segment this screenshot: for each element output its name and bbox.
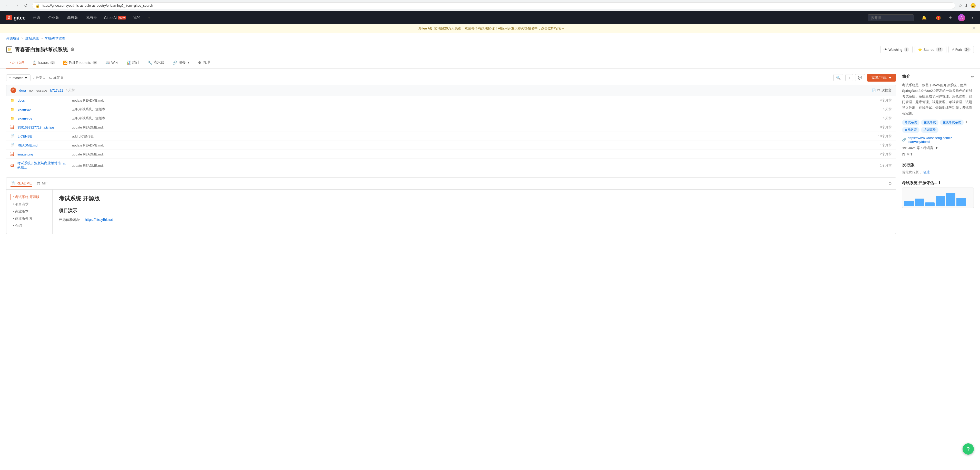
repo-tabs: </> 代码 📋 Issues 0 🔀 Pull Requests 0 📖 Wi… — [0, 57, 980, 69]
dropdown-arrow-icon: ▼ — [148, 16, 151, 20]
toc-item-consult[interactable]: • 商业版咨询 — [11, 215, 48, 222]
file-msg-pic: update README.md. — [72, 126, 868, 129]
banner-close-button[interactable]: ✕ — [972, 25, 976, 31]
toc-item-demo[interactable]: • 项目演示 — [11, 201, 48, 207]
download-icon[interactable]: ⬇ — [964, 3, 968, 8]
nav-university[interactable]: 高校版 — [66, 15, 79, 20]
tag-online-exam[interactable]: 在线考试 — [921, 119, 939, 126]
file-msg-docs: update README.md. — [72, 99, 868, 102]
nav-open-source[interactable]: 开源 — [32, 15, 41, 20]
file-name-image[interactable]: image.png — [18, 152, 69, 156]
file-toolbar: ⑂ master ▼ ⑂ 分支 1 🏷 标签 0 🔍 + — [6, 74, 896, 81]
fork-count: 24 — [964, 48, 970, 51]
starred-button[interactable]: ⭐ Starred 74 — [915, 46, 947, 53]
repo-settings-icon[interactable]: ⚙ — [70, 47, 74, 53]
toc-dot-icon: • — [13, 224, 14, 228]
tab-wiki[interactable]: 📖 Wiki — [101, 57, 122, 69]
gift-icon[interactable]: 🎁 — [934, 15, 943, 20]
commit-hash[interactable]: b717a91 — [50, 89, 63, 92]
edit-intro-icon[interactable]: ✏ — [971, 75, 974, 79]
file-row-image: 🖼 image.png update README.md. 2个月前 — [6, 150, 896, 159]
toc-item-commercial[interactable]: • 商业版本 — [11, 208, 48, 215]
nav-my-dropdown[interactable]: 我的 — [132, 15, 141, 20]
sidebar-language[interactable]: </> Java 等 6 种语言 ▼ — [902, 146, 974, 150]
refresh-button[interactable]: ↺ — [22, 2, 29, 9]
file-name-license[interactable]: LICENSE — [18, 134, 69, 138]
file-name-exam-api[interactable]: exam-api — [18, 107, 69, 112]
file-table: 📁 docs update README.md. 4个月前 📁 exam-api… — [6, 96, 896, 172]
branch-name: master — [13, 76, 23, 80]
tag-online-exam-system[interactable]: 在线考试系统 — [940, 119, 964, 126]
forward-button[interactable]: → — [13, 2, 21, 9]
commit-user[interactable]: dora — [19, 89, 26, 92]
readme-expand-button[interactable]: ⬡ — [888, 182, 891, 185]
file-row-comparison: 🖼 考试系统开源版与商业版对比_云帆培... update README.md.… — [6, 159, 896, 172]
search-files-button[interactable]: 🔍 — [833, 74, 843, 81]
file-row-exam-vue: 📁 exam-vue 云帆考试系统开源版本 5天前 — [6, 114, 896, 123]
tab-code-label: 代码 — [17, 60, 24, 65]
tag-add-button[interactable]: + — [965, 119, 968, 126]
fork-button[interactable]: ⑂ Fork 24 — [948, 46, 974, 53]
readme-tab-readme[interactable]: 📄 README — [11, 180, 32, 187]
website-url[interactable]: https://www.kaoshifeng.com/?plan=osyfdor… — [908, 136, 974, 144]
bell-icon[interactable]: 🔔 — [920, 15, 928, 20]
url-input[interactable] — [42, 3, 952, 8]
readme-demo-link[interactable]: https://lite.yfhl.net — [85, 218, 113, 221]
help-fab[interactable]: ? — [963, 443, 974, 455]
user-avatar[interactable]: A — [958, 14, 965, 21]
nav-gitee-ai[interactable]: Gitee AI NEW — [104, 16, 126, 20]
issues-badge: 0 — [50, 61, 55, 64]
tag-exam-system[interactable]: 考试系统 — [902, 119, 920, 126]
branch-selector[interactable]: ⑂ master ▼ — [6, 74, 30, 81]
tab-pullrequests[interactable]: 🔀 Pull Requests 0 — [59, 57, 102, 69]
user-dropdown-arrow: ▼ — [971, 16, 974, 19]
toc-item-open[interactable]: • 考试系统 开源版 — [11, 194, 48, 200]
toc-item-intro[interactable]: • 介绍 — [11, 222, 48, 229]
file-name-exam-vue[interactable]: exam-vue — [18, 116, 69, 120]
tag-online-education[interactable]: 在线教育 — [902, 127, 920, 133]
file-name-readme[interactable]: README.md — [18, 143, 69, 147]
comment-button[interactable]: 💬 — [855, 74, 865, 81]
commit-count[interactable]: 📄 21 次提交 — [872, 88, 891, 92]
nav-private-cloud[interactable]: 私有云 — [85, 15, 98, 20]
image-icon: 🖼 — [10, 125, 14, 129]
tab-stats[interactable]: 📊 统计 — [122, 57, 143, 69]
sidebar-website-link[interactable]: 🔗 https://www.kaoshifeng.com/?plan=osyfd… — [902, 136, 974, 144]
branch-icon: ⑂ — [9, 76, 11, 80]
eval-info-icon[interactable]: ℹ — [939, 181, 940, 185]
file-name-pic[interactable]: 3591699327718_.pic.jpg — [18, 126, 69, 129]
gitee-logo[interactable]: G gitee — [6, 15, 25, 21]
clone-download-button[interactable]: 克隆/下载 ▼ — [867, 74, 896, 81]
profile-icon[interactable]: 😊 — [970, 3, 976, 8]
commit-count-text: 21 次提交 — [877, 88, 891, 92]
file-name-docs[interactable]: docs — [18, 99, 69, 102]
commit-bar: D dora no message b717a91 5天前 📄 21 次提交 — [6, 84, 896, 96]
plus-icon[interactable]: + — [949, 15, 952, 21]
tags-count: 标签 0 — [53, 75, 63, 80]
add-file-button[interactable]: + — [845, 74, 853, 81]
watching-button[interactable]: 👁 Watching 8 — [880, 46, 912, 53]
lang-text: Java 等 6 种语言 — [908, 146, 934, 150]
tab-services[interactable]: 🔗 服务 ▼ — [169, 57, 194, 69]
search-input[interactable] — [868, 14, 914, 21]
breadcrumb-site-system[interactable]: 建站系统 — [25, 37, 39, 40]
readme-tab-label: README — [16, 181, 32, 185]
nav-enterprise[interactable]: 企业版 — [47, 15, 60, 20]
readme-tab-mit[interactable]: ⚖ MIT — [37, 180, 48, 187]
tab-issues[interactable]: 📋 Issues 0 — [28, 57, 59, 69]
back-button[interactable]: ← — [4, 2, 11, 9]
tab-code[interactable]: </> 代码 — [6, 57, 28, 69]
bookmark-icon[interactable]: ☆ — [958, 3, 962, 8]
repo-actions: 👁 Watching 8 ⭐ Starred 74 ⑂ Fork 24 — [880, 46, 974, 53]
file-name-comparison[interactable]: 考试系统开源版与商业版对比_云帆培... — [18, 161, 69, 170]
breadcrumb-school-management[interactable]: 学校/教学管理 — [45, 37, 66, 40]
tab-pipeline[interactable]: 🔧 流水线 — [143, 57, 169, 69]
star-icon: ⭐ — [918, 48, 922, 51]
create-release-link[interactable]: 创建 — [923, 170, 930, 174]
breadcrumb-open-source[interactable]: 开源项目 — [6, 37, 19, 40]
security-icon: 🔒 — [35, 3, 40, 8]
services-icon: 🔗 — [173, 61, 177, 65]
tag-training-system[interactable]: 培训系统 — [921, 127, 939, 133]
image-icon: 🖼 — [10, 163, 14, 167]
tab-manage[interactable]: ⚙ 管理 — [194, 57, 214, 69]
